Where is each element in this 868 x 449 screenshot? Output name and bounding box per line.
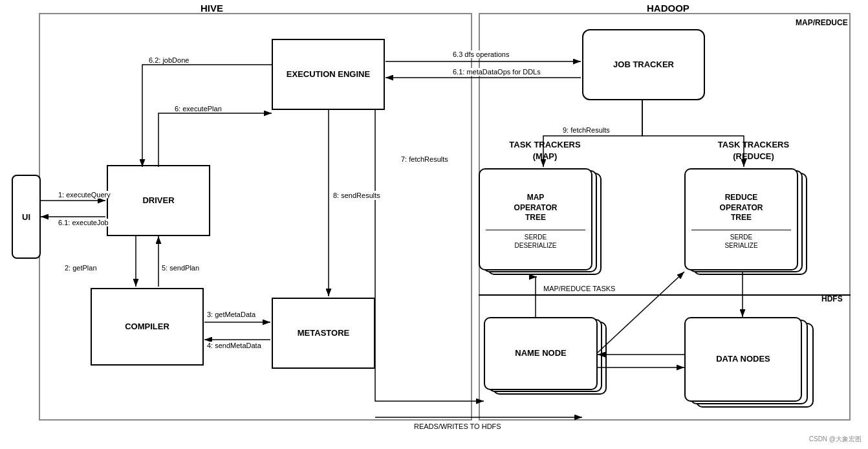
hive-label: HIVE <box>201 3 223 14</box>
label-get-metadata: 3: getMetaData <box>207 311 255 318</box>
diagram: HIVE HADOOP MAP/REDUCE HDFS UI DRIVER CO… <box>0 0 868 449</box>
label-metadata-ops: 8: sendResults <box>333 191 380 200</box>
label-execute-plan: 6: executePlan <box>175 105 222 113</box>
mapreduce-label: MAP/REDUCE <box>796 18 848 27</box>
label-dfs-ops: 7: fetchResults <box>401 155 448 163</box>
label-send-plan: 5: sendPlan <box>162 264 199 272</box>
metastore-label: METASTORE <box>298 327 349 339</box>
ui-box: UI <box>12 175 41 259</box>
execution-engine-box: EXECUTION ENGINE <box>272 39 385 110</box>
label-fetch-results-7: 6.1: executeJob <box>58 219 109 226</box>
label-execute-query: 1: executeQuery <box>58 191 111 199</box>
label-execute-job: 6.3 dfs operations <box>453 50 509 58</box>
hdfs-divider <box>479 294 851 296</box>
label-send-results: 6.2: jobDone <box>149 56 189 64</box>
hdfs-label: HDFS <box>821 294 843 303</box>
label-map-reduce-tasks: 9: fetchResults <box>563 126 610 134</box>
reduce-operator-tree-label: REDUCEOPERATORTREE <box>717 189 766 227</box>
driver-box: DRIVER <box>107 165 210 236</box>
map-serde-label: SERDEDESERIALIZE <box>514 233 556 250</box>
data-nodes-label: DATA NODES <box>716 354 770 365</box>
name-node-stack: NAME NODE <box>484 317 607 395</box>
driver-label: DRIVER <box>142 195 174 206</box>
map-operator-stack: MAPOPERATORTREE SERDEDESERIALIZE <box>479 168 602 275</box>
metastore-box: METASTORE <box>272 298 375 369</box>
hadoop-label: HADOOP <box>647 3 689 14</box>
label-fetch-results-9: READS/WRITES TO HDFS <box>414 422 501 430</box>
label-send-metadata: 4: sendMetaData <box>207 342 261 349</box>
map-operator-tree-label: MAPOPERATORTREE <box>512 189 560 227</box>
execution-engine-label: EXECUTION ENGINE <box>287 69 370 80</box>
job-tracker-label: JOB TRACKER <box>613 59 674 71</box>
job-tracker-box: JOB TRACKER <box>582 29 705 100</box>
reduce-serde-label: SERDESERIALIZE <box>724 233 757 250</box>
task-trackers-reduce-label: TASK TRACKERS(REDUCE) <box>686 139 821 162</box>
label-job-done: 6.1: metaDataOps for DDLs <box>453 68 541 76</box>
reduce-operator-stack: REDUCEOPERATORTREE SERDESERIALIZE <box>684 168 807 275</box>
compiler-label: COMPILER <box>125 321 169 333</box>
name-node-label: NAME NODE <box>515 348 566 359</box>
label-reads-writes: MAP/REDUCE TASKS <box>543 285 615 292</box>
compiler-box: COMPILER <box>91 288 204 366</box>
data-nodes-stack: DATA NODES <box>684 317 814 408</box>
watermark: CSDN @大象宏图 <box>809 435 862 444</box>
task-trackers-map-label: TASK TRACKERS(MAP) <box>482 139 608 162</box>
ui-label: UI <box>22 212 30 222</box>
label-get-plan: 2: getPlan <box>65 264 97 272</box>
